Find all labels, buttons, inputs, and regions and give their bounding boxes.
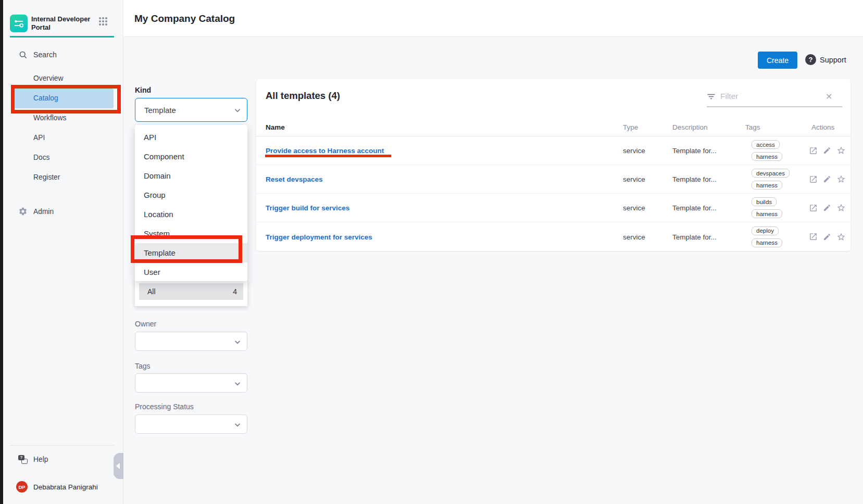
chevron-down-icon [234,105,241,115]
template-name-link[interactable]: Trigger build for services [266,204,349,212]
open-in-new-icon[interactable] [808,146,818,155]
star-icon[interactable] [836,232,846,242]
template-name-link[interactable]: Reset devspaces [266,175,323,183]
tag-chip[interactable]: harness [752,209,782,218]
kind-option-user[interactable]: User [135,262,247,282]
table-title: All templates (4) [266,90,340,102]
sidebar-nav: OverviewCatalogWorkflowsAPIDocsRegister [14,69,114,187]
template-type: service [623,175,645,183]
app-grid-icon[interactable] [99,17,108,26]
kind-all-count: 4 [233,287,237,296]
row-actions [808,203,846,212]
tag-chip[interactable]: devspaces [752,169,790,178]
sidebar-item-label: API [33,134,45,142]
template-description: Template for... [672,204,717,212]
sidebar-divider [10,445,114,446]
kind-all-label: All [147,287,156,296]
sidebar-item-api[interactable]: API [14,128,114,148]
sidebar-item-workflows[interactable]: Workflows [14,108,114,128]
template-description: Template for... [672,147,717,155]
table-row: Trigger deployment for servicesserviceTe… [256,222,851,251]
tag-chip[interactable]: harness [752,181,782,190]
star-icon[interactable] [836,174,846,184]
tag-chip[interactable]: harness [752,238,782,247]
template-description: Template for... [672,175,717,183]
brand-logo-icon [10,15,28,32]
sidebar-item-label: Docs [33,154,49,161]
gear-icon [18,207,28,216]
edit-icon[interactable] [822,203,832,212]
kind-option-template[interactable]: Template [135,243,247,262]
tag-chip[interactable]: access [752,140,780,149]
open-in-new-icon[interactable] [808,174,818,184]
template-name-link[interactable]: Provide access to Harness account [266,147,384,155]
help-label: Help [33,456,48,463]
sidebar-item-overview[interactable]: Overview [14,69,114,89]
row-actions [808,232,846,242]
table-body: Provide access to Harness accountservice… [256,136,851,251]
tag-chip[interactable]: builds [752,197,777,206]
sidebar-user[interactable]: DP Debabrata Panigrahi [14,478,117,496]
page-title: My Company Catalog [134,0,235,37]
column-header-type: Type [623,119,638,136]
template-tags: accessharness [752,140,782,161]
sidebar-search[interactable]: Search [14,46,117,64]
page-header: My Company Catalog [123,0,863,37]
tag-chip[interactable]: deploy [752,226,779,235]
processing-status-select[interactable] [135,414,247,434]
kind-summary-card: All 4 [135,279,247,306]
open-in-new-icon[interactable] [808,232,818,242]
sidebar-item-admin[interactable]: Admin [14,203,117,220]
open-in-new-icon[interactable] [808,203,818,212]
sidebar-item-register[interactable]: Register [14,168,114,187]
sidebar-collapse-handle[interactable] [114,453,123,479]
edit-icon[interactable] [822,232,832,242]
tags-select[interactable] [135,373,247,393]
column-header-actions: Actions [811,119,834,136]
kind-option-domain[interactable]: Domain [135,166,247,185]
filter-input[interactable] [720,90,819,103]
filter-icon [706,92,716,104]
tag-chip[interactable]: harness [752,152,782,161]
app-window: Internal Developer Portal Search Overvie… [0,0,863,504]
kind-dropdown: APIComponentDomainGroupLocationSystemTem… [135,125,247,281]
sidebar-item-label: Overview [33,74,64,82]
template-type: service [623,233,645,241]
kind-option-group[interactable]: Group [135,185,247,205]
kind-option-api[interactable]: API [135,128,247,147]
edit-icon[interactable] [822,174,832,184]
create-button[interactable]: Create [758,52,797,69]
sidebar-item-docs[interactable]: Docs [14,148,114,168]
sidebar-item-catalog[interactable]: Catalog [14,89,114,108]
sidebar-item-label: Register [33,173,60,181]
help-icon: ? [18,455,28,464]
template-name-link[interactable]: Trigger deployment for services [266,233,372,241]
question-icon: ? [805,54,816,65]
kind-option-location[interactable]: Location [135,205,247,224]
kind-all-row[interactable]: All 4 [139,283,243,300]
template-type: service [623,204,645,212]
brand-divider [10,36,114,37]
kind-option-system[interactable]: System [135,224,247,243]
close-icon[interactable]: ✕ [826,93,832,101]
table-row: Trigger build for servicesserviceTemplat… [256,194,851,222]
template-tags: devspacesharness [752,169,790,190]
sidebar-item-help[interactable]: ? Help [14,450,117,468]
column-header-tags: Tags [745,119,760,136]
star-icon[interactable] [836,146,846,155]
column-header-name: Name [266,119,285,136]
chevron-down-icon [234,379,241,388]
kind-select-value: Template [144,106,176,115]
tags-label: Tags [135,362,151,370]
search-icon [18,51,28,59]
edit-icon[interactable] [822,146,832,155]
owner-label: Owner [135,320,156,328]
kind-select[interactable]: Template [135,98,247,122]
processing-status-label: Processing Status [135,402,194,411]
star-icon[interactable] [836,203,846,212]
chevron-down-icon [234,420,241,429]
row-actions [808,146,846,155]
owner-select[interactable] [135,332,247,351]
support-button[interactable]: ? Support [805,54,846,65]
kind-option-component[interactable]: Component [135,147,247,166]
